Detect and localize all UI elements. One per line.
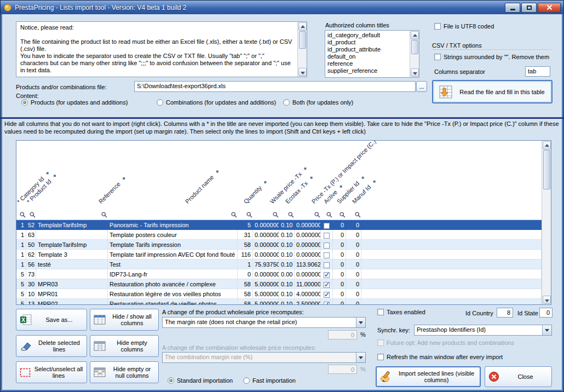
grid-row[interactable]: 156testéTest175.9375000.10113.9062500 xyxy=(16,260,542,269)
radio-fast-importation[interactable]: Fast importation xyxy=(243,377,296,384)
id-state-input[interactable]: 0 xyxy=(539,308,553,318)
grid-scrollbar[interactable] xyxy=(542,141,551,304)
radio-combinations[interactable]: Combinations (for updates and additions) xyxy=(157,99,276,106)
scroll-down-icon[interactable] xyxy=(543,296,551,304)
active-checkbox[interactable] xyxy=(324,233,330,239)
chevron-down-icon[interactable] xyxy=(356,318,365,327)
cell-supplier_id: 0 xyxy=(333,269,346,279)
checkbox-box xyxy=(434,54,441,60)
cell-product_id: 52 xyxy=(26,220,36,230)
cell-filler xyxy=(361,220,542,230)
product-margin-input[interactable]: 0 xyxy=(328,330,357,339)
grid-row[interactable]: 162Template 3Template tarif impression A… xyxy=(16,250,542,260)
scroll-down-icon[interactable] xyxy=(411,68,419,77)
cell-product_id: 63 xyxy=(26,230,36,240)
hide-empty-columns-button[interactable]: Hide empty columns xyxy=(90,335,159,357)
grid-row[interactable]: 163Template posters couleur310.0000000.1… xyxy=(16,230,542,240)
browse-button[interactable]: ... xyxy=(416,81,427,92)
radio-dot xyxy=(243,377,250,384)
notice-box[interactable]: Notice, please read: The file containing… xyxy=(16,21,307,77)
column-filter-icon[interactable] xyxy=(314,212,320,218)
import-grid[interactable]: * Category Id◆* Product Id◆Reference◆Pro… xyxy=(16,140,551,305)
column-filter-icon[interactable] xyxy=(355,212,361,218)
active-checkbox[interactable] xyxy=(324,262,330,268)
column-filter-icon[interactable] xyxy=(326,212,332,218)
combination-margin-input[interactable]: 0 xyxy=(328,365,357,374)
chevron-down-icon[interactable] xyxy=(356,353,365,362)
column-filter-icon[interactable] xyxy=(20,212,26,218)
strings-surrounded-checkbox[interactable]: Strings surrounded by "". Remove them xyxy=(434,54,549,60)
authorized-list[interactable]: id_category_defaultid_productid_product_… xyxy=(325,30,419,78)
column-header-reference[interactable]: Reference◆ xyxy=(97,175,129,206)
read-file-label: Read the file and fill in this table xyxy=(456,89,548,95)
combination-recompute-combo[interactable]: The combination margin rate (%) xyxy=(162,352,366,363)
hide-null-columns-button[interactable]: Hide empty or null columns xyxy=(90,361,159,383)
scroll-thumb[interactable] xyxy=(299,31,306,49)
active-checkbox[interactable] xyxy=(324,252,330,258)
active-checkbox[interactable] xyxy=(324,302,330,304)
active-checkbox[interactable] xyxy=(324,282,330,288)
radio-standard-importation[interactable]: Standard importation xyxy=(168,377,233,384)
authorized-column-item[interactable]: supplier_reference xyxy=(327,67,408,74)
cell-manuf_id: 0 xyxy=(346,269,361,279)
chevron-down-icon[interactable] xyxy=(542,325,551,335)
active-checkbox[interactable] xyxy=(324,272,330,278)
column-header-name[interactable]: Product name◆ xyxy=(184,168,222,206)
maximize-button[interactable] xyxy=(521,3,537,13)
save-as-button[interactable]: X Save as... xyxy=(16,309,87,331)
cell-name: Template tarif impression AVEC Opt fond … xyxy=(108,250,238,260)
active-checkbox[interactable] xyxy=(324,292,330,298)
column-filter-icon[interactable] xyxy=(273,212,279,218)
authorized-column-item[interactable]: id_category_default xyxy=(327,32,408,39)
close-window-button[interactable] xyxy=(538,3,561,13)
cell-ecotax: 0.10 xyxy=(279,260,295,269)
authorized-column-item[interactable]: reference xyxy=(327,60,408,67)
authorized-list-scrollbar[interactable] xyxy=(410,31,419,77)
column-filter-icon[interactable] xyxy=(30,212,36,218)
grid-row[interactable]: 573IDP73-Lang-fr00.0000000.000.00000000 xyxy=(16,269,542,279)
active-checkbox[interactable] xyxy=(324,243,330,249)
scroll-down-icon[interactable] xyxy=(298,68,307,76)
import-button[interactable]: Import selected lines (visible columns) xyxy=(376,366,481,387)
grid-row[interactable]: 152TemplateTarifsImpPanoramic - Tarifs i… xyxy=(16,220,542,230)
column-filter-icon[interactable] xyxy=(246,212,252,218)
column-filter-icon[interactable] xyxy=(231,212,237,218)
scroll-up-icon[interactable] xyxy=(411,31,419,39)
scroll-up-icon[interactable] xyxy=(543,141,551,149)
close-button[interactable]: Close xyxy=(485,366,552,387)
scroll-thumb[interactable] xyxy=(411,40,418,54)
column-filter-icon[interactable] xyxy=(288,212,294,218)
active-checkbox[interactable] xyxy=(324,223,330,229)
taxes-enabled-checkbox[interactable]: Taxes enabled xyxy=(377,309,425,315)
id-country-input[interactable]: 8 xyxy=(497,308,513,318)
column-filter-icon[interactable] xyxy=(339,212,346,218)
product-recompute-combo[interactable]: The margin rate (does not change the ret… xyxy=(162,317,366,328)
utf8-checkbox[interactable]: File is UTF8 coded xyxy=(434,23,494,30)
cell-price: 0.000000 xyxy=(295,250,321,260)
hide-show-columns-button[interactable]: Hide / show all columns xyxy=(90,309,159,331)
grid-row[interactable]: 510MPR01Restauration légère de vos vieil… xyxy=(16,289,542,299)
title-bar[interactable]: PrestaPricing - Lists import tool - Vers… xyxy=(1,1,563,14)
column-filter-icon[interactable] xyxy=(101,212,107,218)
authorized-column-item[interactable]: id_product xyxy=(327,39,408,46)
authorized-column-item[interactable]: id_product_attribute xyxy=(327,46,408,53)
notice-scrollbar[interactable] xyxy=(297,22,307,77)
read-file-button[interactable]: Read the file and fill in this table xyxy=(432,80,553,103)
scroll-up-icon[interactable] xyxy=(298,22,307,31)
minimize-button[interactable] xyxy=(505,3,520,13)
grid-row[interactable]: 530MPR03Restauration photo avancée / com… xyxy=(16,279,542,289)
authorized-column-item[interactable]: default_on xyxy=(327,53,408,60)
file-path-input[interactable]: S:\Download\test-export36prd.xls xyxy=(134,81,416,92)
instructions-text: Hide all columns that you do not want to… xyxy=(4,120,561,135)
synchr-key-combo[interactable]: Prestashop Identifiers (Id) xyxy=(414,325,552,336)
radio-products[interactable]: Products (for updates and additions) xyxy=(21,99,128,106)
column-header-quantity[interactable]: Quantity◆ xyxy=(243,179,270,206)
grid-row[interactable]: 513MPR02Restauration standard de vieille… xyxy=(16,299,542,304)
columns-separator-input[interactable]: tab xyxy=(525,66,550,77)
delete-lines-button[interactable]: Delete selected lines xyxy=(16,335,87,357)
grid-row[interactable]: 150TemplateTarifsImpTemplate Tarifs impr… xyxy=(16,240,542,250)
radio-both[interactable]: Both (for updates only) xyxy=(283,99,353,106)
refresh-window-checkbox[interactable]: Refresh the main window after every impo… xyxy=(377,354,503,360)
scroll-thumb[interactable] xyxy=(543,150,550,189)
select-unselect-lines-button[interactable]: Select/unselect all lines xyxy=(16,361,87,383)
